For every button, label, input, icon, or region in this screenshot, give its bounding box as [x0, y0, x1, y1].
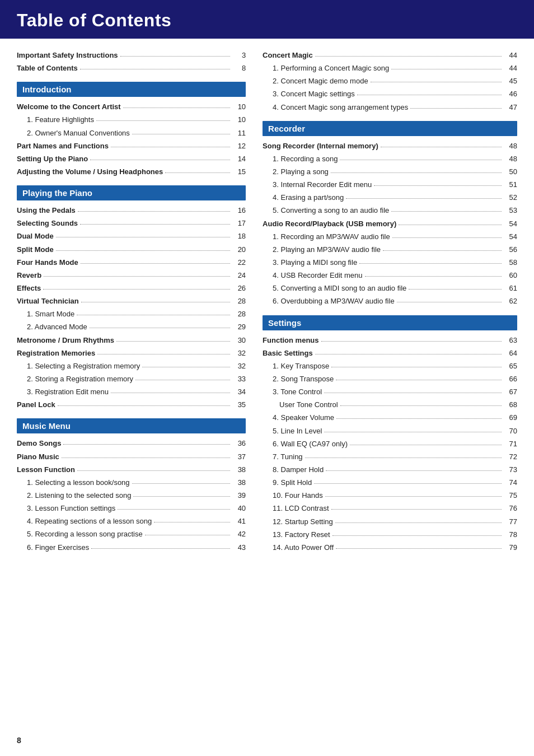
toc-item: Setting Up the Piano14: [17, 153, 246, 165]
toc-page: 79: [504, 542, 517, 553]
toc-title: 4. Speaker Volume: [273, 412, 334, 423]
toc-item: Metronome / Drum Rhythms30: [17, 335, 246, 346]
toc-page: 29: [232, 321, 246, 333]
toc-title: 1. Recording an MP3/WAV audio file: [273, 231, 390, 242]
toc-dots: [331, 367, 502, 367]
toc-page: 39: [232, 490, 246, 501]
toc-item: 4. Speaker Volume69: [263, 412, 517, 423]
toc-item: 2. Song Transpose66: [263, 374, 517, 385]
toc-title: Using the Pedals: [17, 205, 76, 216]
toc-item: 6. Overdubbing a MP3/WAV audio file62: [263, 296, 517, 307]
toc-item: 1. Recording an MP3/WAV audio file54: [263, 231, 517, 242]
toc-item: Audio Record/Playback (USB memory)54: [263, 218, 517, 230]
toc-title: 3. Lesson Function settings: [27, 503, 115, 514]
toc-title: 4. Concert Magic song arrangement types: [273, 102, 408, 113]
toc-page: 3: [232, 50, 246, 61]
toc-item: Part Names and Functions12: [17, 141, 246, 152]
toc-dots: [90, 160, 230, 160]
toc-page: 58: [504, 257, 517, 268]
toc-dots: [371, 82, 502, 82]
toc-dots: [96, 120, 230, 121]
toc-dots: [409, 289, 502, 290]
toc-item: 2. Playing an MP3/WAV audio file56: [263, 244, 517, 255]
toc-item: 5. Converting a song to an audio file53: [263, 205, 517, 216]
toc-title: 3. Tone Control: [273, 386, 322, 398]
toc-title: 4. Repeating sections of a lesson song: [27, 516, 152, 527]
toc-title: 1. Key Transpose: [273, 361, 329, 372]
toc-page: 56: [504, 244, 517, 255]
toc-dots: [399, 225, 502, 225]
toc-item: 5. Line In Level70: [263, 426, 517, 437]
toc-dots: [392, 237, 502, 238]
toc-page: 50: [504, 166, 517, 178]
toc-page: 60: [504, 270, 517, 281]
toc-title: Dual Mode: [17, 231, 54, 242]
toc-item: 2. Advanced Mode29: [17, 321, 246, 333]
toc-title: 1. Feature Highlights: [27, 114, 94, 125]
section-header: Introduction: [17, 82, 246, 97]
toc-item: Registration Memories32: [17, 348, 246, 359]
toc-page: 38: [232, 477, 246, 488]
toc-title: Welcome to the Concert Artist: [17, 101, 121, 113]
section-header: Recorder: [263, 121, 517, 136]
toc-item: Virtual Technician28: [17, 296, 246, 307]
right-toc: Concert Magic441. Performing a Concert M…: [263, 50, 517, 553]
toc-dots: [123, 108, 230, 108]
page-title: Table of Contents: [17, 10, 517, 31]
toc-page: 8: [232, 63, 246, 74]
toc-item: Split Mode20: [17, 244, 246, 255]
toc-item: 2. Listening to the selected song39: [17, 490, 246, 501]
toc-page: 69: [504, 412, 517, 423]
toc-item: Concert Magic44: [263, 50, 517, 61]
toc-dots: [63, 444, 230, 445]
toc-dots: [43, 289, 230, 290]
toc-dots: [132, 483, 231, 484]
toc-dots: [44, 276, 230, 277]
toc-page: 36: [232, 438, 246, 449]
toc-dots: [78, 211, 230, 212]
toc-page: 30: [232, 335, 246, 346]
toc-title: 4. Erasing a part/song: [273, 192, 344, 203]
left-toc: IntroductionWelcome to the Concert Artis…: [17, 82, 246, 553]
toc-page: 71: [504, 438, 517, 450]
toc-title: Panel Lock: [17, 399, 55, 410]
toc-page: 65: [504, 361, 517, 372]
toc-dots: [391, 211, 502, 212]
toc-item: Adjusting the Volume / Using Headphones1…: [17, 166, 246, 178]
page-header: Table of Contents: [0, 0, 534, 39]
toc-title: Table of Contents: [17, 63, 78, 74]
toc-dots: [381, 147, 502, 147]
toc-title: Registration Memories: [17, 348, 95, 359]
toc-title: 6. Wall EQ (CA97 only): [273, 438, 348, 450]
toc-page: 73: [504, 464, 517, 475]
toc-page: 33: [232, 374, 246, 385]
toc-title: 2. Storing a Registration memory: [27, 374, 133, 385]
toc-item: 1. Selecting a Registration memory32: [17, 361, 246, 372]
toc-item: Effects26: [17, 283, 246, 294]
toc-item: 12. Startup Setting77: [263, 516, 517, 528]
toc-dots: [321, 341, 502, 342]
toc-item: 2. Owner's Manual Conventions11: [17, 128, 246, 139]
toc-item: Piano Music37: [17, 451, 246, 463]
toc-dots: [118, 509, 230, 510]
toc-item: 4. Erasing a part/song52: [263, 192, 517, 203]
toc-dots: [346, 198, 502, 199]
toc-dots: [120, 56, 231, 57]
toc-item: 3. Registration Edit menu34: [17, 386, 246, 398]
toc-dots: [90, 328, 230, 328]
toc-dots: [80, 69, 230, 69]
toc-page: 64: [504, 348, 517, 359]
toc-title: Selecting Sounds: [17, 218, 78, 229]
toc-title: 2. Advanced Mode: [27, 321, 87, 333]
toc-title: 2. Listening to the selected song: [27, 490, 131, 501]
toc-dots: [315, 56, 502, 57]
toc-title: Four Hands Mode: [17, 257, 78, 268]
toc-title: 1. Selecting a lesson book/song: [27, 477, 130, 488]
section-header: Settings: [263, 315, 517, 330]
toc-title: 3. Registration Edit menu: [27, 386, 109, 398]
toc-item: 8. Damper Hold73: [263, 464, 517, 475]
toc-page: 63: [504, 335, 517, 346]
toc-item: Demo Songs36: [17, 438, 246, 449]
toc-title: Metronome / Drum Rhythms: [17, 335, 114, 346]
toc-title: 2. Concert Magic demo mode: [273, 76, 368, 87]
